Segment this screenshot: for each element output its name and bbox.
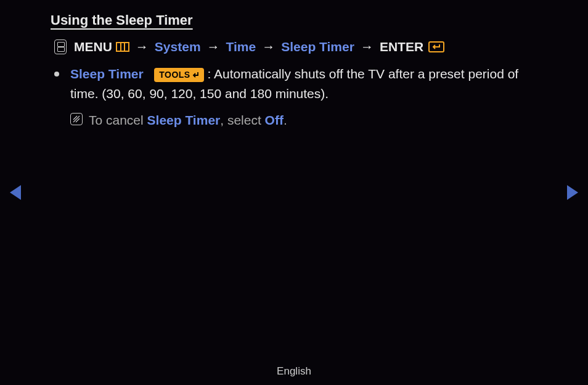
system-label: System: [155, 39, 201, 54]
arrow-icon: →: [203, 39, 224, 54]
note-highlight: Sleep Timer: [147, 113, 221, 127]
sleep-timer-bold: Sleep Timer: [70, 67, 144, 81]
sleep-timer-label: Sleep Timer: [281, 39, 354, 54]
arrow-icon: →: [258, 39, 279, 54]
time-label: Time: [226, 39, 256, 54]
arrow-icon: →: [357, 39, 377, 54]
tools-label: TOOLS: [159, 68, 190, 81]
bullet-icon: [54, 72, 59, 77]
enter-label: ENTER: [380, 39, 423, 54]
menu-label: MENU: [74, 39, 112, 54]
note-prefix: To cancel: [89, 113, 147, 127]
bullet-item: Sleep Timer TOOLS : Automatically shuts …: [54, 64, 537, 130]
note-icon: [70, 113, 83, 125]
note-row: To cancel Sleep Timer, select Off.: [70, 110, 537, 130]
note-off: Off: [265, 113, 284, 127]
arrow-icon: →: [132, 39, 152, 54]
next-page-arrow[interactable]: [567, 185, 578, 200]
remote-icon: [54, 39, 67, 54]
tools-badge: TOOLS: [154, 68, 203, 82]
breadcrumb: MENU → System → Time → Sleep Timer → ENT…: [54, 39, 537, 54]
prev-page-arrow[interactable]: [10, 185, 21, 200]
note-suffix: .: [284, 113, 287, 127]
language-label: English: [0, 365, 588, 378]
enter-icon: [428, 41, 444, 52]
note-mid: , select: [220, 113, 264, 127]
page-title: Using the Sleep Timer: [51, 12, 537, 28]
menu-icon: [116, 42, 129, 52]
